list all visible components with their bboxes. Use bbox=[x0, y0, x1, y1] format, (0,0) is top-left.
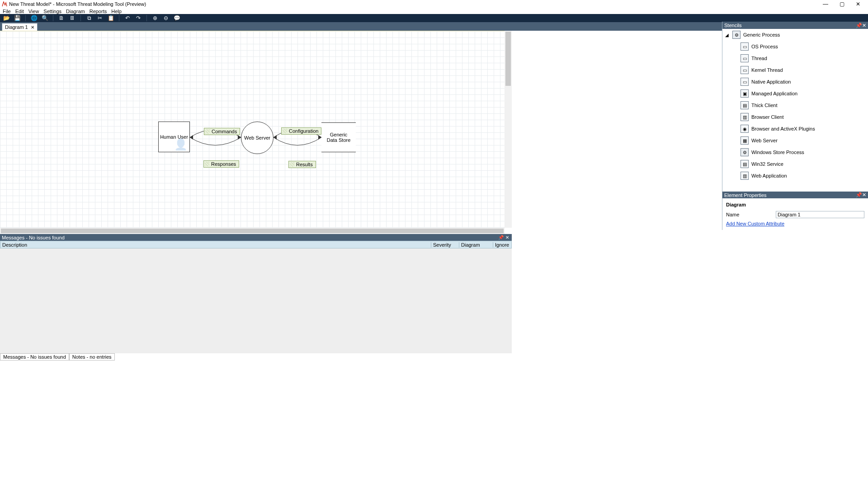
close-icon[interactable]: ✕ bbox=[505, 235, 510, 240]
flow-configuration[interactable]: Configuration bbox=[281, 127, 321, 135]
menu-view[interactable]: View bbox=[28, 9, 39, 14]
stencil-parent-generic-process[interactable]: ◢ ⚙ Generic Process bbox=[722, 29, 868, 41]
stencil-label: OS Process bbox=[751, 44, 778, 49]
pin-icon[interactable]: 📌 bbox=[856, 23, 862, 28]
window-title: New Threat Model* - Microsoft Threat Mod… bbox=[9, 1, 146, 7]
pin-icon[interactable]: 📌 bbox=[856, 192, 862, 198]
stencil-web-server[interactable]: ▦Web Server bbox=[722, 135, 868, 146]
status-notes[interactable]: Notes - no entries bbox=[69, 353, 115, 361]
zoom-out-icon[interactable]: ⊖ bbox=[162, 14, 170, 22]
stencils-title: Stencils bbox=[724, 23, 742, 28]
stencil-label: Thread bbox=[751, 56, 767, 61]
menu-help[interactable]: Help bbox=[111, 9, 122, 14]
stencil-icon: ▣ bbox=[741, 89, 749, 98]
undo-icon[interactable]: ↶ bbox=[124, 14, 131, 22]
save-icon[interactable]: 💾 bbox=[14, 14, 21, 22]
app-icon bbox=[2, 1, 7, 7]
toolbar-separator bbox=[25, 15, 26, 21]
messages-title: Messages - No issues found bbox=[2, 235, 65, 240]
toolbar-separator bbox=[53, 15, 53, 21]
col-diagram[interactable]: Diagram bbox=[459, 242, 493, 248]
col-ignore[interactable]: Ignore bbox=[493, 242, 511, 248]
stencil-icon: ▦ bbox=[741, 136, 749, 145]
remove-page-icon[interactable]: 🗏 bbox=[69, 14, 76, 22]
stencil-managed-application[interactable]: ▣Managed Application bbox=[722, 88, 868, 99]
close-icon[interactable]: ✕ bbox=[862, 23, 866, 28]
menu-file[interactable]: File bbox=[3, 9, 11, 14]
flow-label-text: Responses bbox=[207, 161, 236, 167]
stencil-label: Thick Client bbox=[751, 103, 777, 108]
messages-body bbox=[0, 248, 512, 353]
stencil-label: Browser Client bbox=[751, 114, 784, 120]
tree-toggle-icon[interactable]: ◢ bbox=[725, 33, 730, 37]
stencils-tree[interactable]: ◢ ⚙ Generic Process ▭OS Process ▭Thread … bbox=[722, 29, 868, 192]
node-human-user[interactable]: Human User 👤 bbox=[158, 122, 190, 152]
stencil-icon: ▭ bbox=[741, 78, 749, 86]
stencil-win32-service[interactable]: ▤Win32 Service bbox=[722, 158, 868, 170]
property-name-input[interactable] bbox=[776, 211, 864, 218]
diagram-canvas[interactable]: Human User 👤 Web Server Generic Data Sto… bbox=[0, 31, 505, 228]
stencil-icon: ▭ bbox=[741, 54, 749, 62]
person-icon: 👤 bbox=[174, 138, 188, 151]
menu-diagram[interactable]: Diagram bbox=[66, 9, 85, 14]
node-generic-data-store[interactable]: Generic Data Store bbox=[321, 122, 356, 152]
stencil-windows-store-process[interactable]: ⚙Windows Store Process bbox=[722, 146, 868, 158]
tab-close-icon[interactable]: ✕ bbox=[31, 25, 34, 30]
stencil-kernel-thread[interactable]: ▭Kernel Thread bbox=[722, 64, 868, 76]
titlebar: New Threat Model* - Microsoft Threat Mod… bbox=[0, 0, 868, 8]
properties-title: Element Properties bbox=[724, 192, 767, 198]
paste-icon[interactable]: 📋 bbox=[107, 14, 114, 22]
add-custom-attribute-link[interactable]: Add New Custom Attribute bbox=[726, 221, 784, 226]
menu-edit[interactable]: Edit bbox=[15, 9, 24, 14]
scrollbar-thumb[interactable] bbox=[505, 32, 511, 86]
node-label: Generic Data Store bbox=[325, 132, 352, 143]
property-name-label: Name bbox=[726, 212, 776, 217]
redo-icon[interactable]: ↷ bbox=[135, 14, 142, 22]
menu-reports[interactable]: Reports bbox=[90, 9, 107, 14]
flow-label-text: Results bbox=[292, 162, 313, 167]
stencil-browser-client[interactable]: ▥Browser Client bbox=[722, 111, 868, 123]
stencil-icon: ▥ bbox=[741, 113, 749, 121]
close-icon[interactable]: ✕ bbox=[862, 192, 866, 198]
stencils-panel: Stencils 📌 ✕ ◢ ⚙ Generic Process ▭OS Pro… bbox=[722, 22, 868, 192]
zoom-in-icon[interactable]: ⊕ bbox=[151, 14, 159, 22]
flow-responses[interactable]: Responses bbox=[203, 160, 239, 168]
stencil-icon: ▭ bbox=[741, 66, 749, 74]
stencil-web-application[interactable]: ▥Web Application bbox=[722, 170, 868, 182]
stencil-label: Web Application bbox=[751, 173, 787, 178]
open-icon[interactable]: 📂 bbox=[3, 14, 10, 22]
stencil-os-process[interactable]: ▭OS Process bbox=[722, 41, 868, 52]
col-severity[interactable]: Severity bbox=[431, 242, 459, 248]
cut-icon[interactable]: ✂ bbox=[96, 14, 104, 22]
feedback-icon[interactable]: 💬 bbox=[173, 14, 180, 22]
stencil-native-application[interactable]: ▭Native Application bbox=[722, 76, 868, 88]
stencil-label: Native Application bbox=[751, 79, 791, 84]
canvas-vertical-scrollbar[interactable] bbox=[505, 31, 512, 228]
stencil-label: Windows Store Process bbox=[751, 150, 804, 155]
flow-results[interactable]: Results bbox=[288, 161, 316, 168]
flow-commands[interactable]: Commands bbox=[204, 128, 240, 135]
properties-section: Diagram bbox=[726, 202, 864, 207]
maximize-button[interactable]: ▢ bbox=[834, 0, 850, 8]
stencil-browser-activex-plugins[interactable]: ◉Browser and ActiveX Plugins bbox=[722, 123, 868, 135]
minimize-button[interactable]: — bbox=[817, 0, 834, 8]
node-web-server[interactable]: Web Server bbox=[241, 122, 274, 154]
col-description[interactable]: Description bbox=[0, 242, 431, 248]
copy-icon[interactable]: ⧉ bbox=[85, 14, 93, 22]
canvas-horizontal-scrollbar[interactable] bbox=[0, 228, 505, 234]
stencil-label: Web Server bbox=[751, 138, 778, 143]
workspace: Human User 👤 Web Server Generic Data Sto… bbox=[0, 31, 512, 234]
tab-diagram-1[interactable]: Diagram 1 ✕ bbox=[2, 23, 38, 31]
stencil-thread[interactable]: ▭Thread bbox=[722, 52, 868, 64]
home-icon[interactable]: 🌐 bbox=[30, 14, 38, 22]
stencil-icon: ▤ bbox=[741, 101, 749, 109]
new-page-icon[interactable]: 🗎 bbox=[58, 14, 65, 22]
toolbar-separator bbox=[80, 15, 81, 21]
pin-icon[interactable]: 📌 bbox=[498, 235, 504, 240]
stencil-thick-client[interactable]: ▤Thick Client bbox=[722, 99, 868, 111]
validate-icon[interactable]: 🔍 bbox=[41, 14, 48, 22]
status-messages[interactable]: Messages - No issues found bbox=[0, 353, 69, 361]
scrollbar-thumb[interactable] bbox=[1, 229, 504, 233]
close-button[interactable]: ✕ bbox=[850, 0, 866, 8]
menu-settings[interactable]: Settings bbox=[43, 9, 61, 14]
